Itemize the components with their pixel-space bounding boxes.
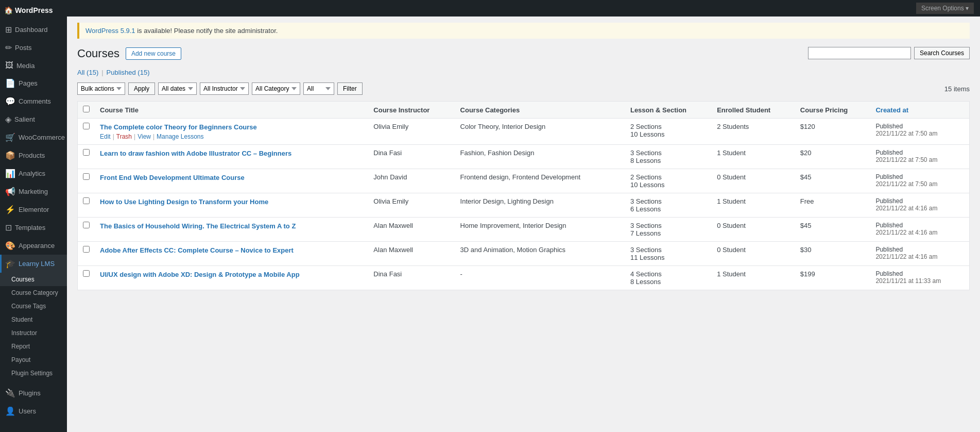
sections-count: 2 Sections (630, 123, 707, 130)
products-icon: 📦 (5, 151, 15, 160)
row-checkbox[interactable] (83, 270, 90, 277)
sidebar-logo: 🏠 WordPress (0, 0, 67, 21)
course-title-link[interactable]: The Basics of Household Wiring. The Elec… (100, 222, 363, 231)
col-lesson-section: Lesson & Section (625, 102, 712, 119)
sidebar-item-comments[interactable]: 💬 Comments (0, 92, 67, 110)
sidebar-item-label: Posts (15, 44, 32, 52)
submenu-item-student[interactable]: Student (0, 313, 67, 326)
all-category-select[interactable]: All Category (252, 82, 300, 95)
sidebar-item-users[interactable]: 👤 Users (0, 402, 67, 420)
course-title-cell: The Basics of Household Wiring. The Elec… (95, 218, 368, 242)
row-checkbox[interactable] (83, 222, 90, 228)
sidebar-item-salient[interactable]: ◈ Salient (0, 110, 67, 128)
plugins-icon: 🔌 (5, 388, 15, 398)
edit-link[interactable]: Edit (100, 133, 111, 140)
instructor-cell: Alan Maxwell (368, 242, 455, 266)
lessons-count: 11 Lessons (630, 254, 707, 261)
sidebar-item-label: Learny LMS (19, 260, 55, 268)
sidebar-item-media[interactable]: 🖼 Media (0, 57, 67, 74)
search-bar: Search Courses (808, 47, 970, 59)
submenu-item-plugin-settings[interactable]: Plugin Settings (0, 367, 67, 380)
course-title-link[interactable]: UI/UX design with Adobe XD: Design & Pro… (100, 270, 363, 279)
course-title-cell: Front End Web Development Ultimate Cours… (95, 169, 368, 193)
sidebar-item-analytics[interactable]: 📊 Analytics (0, 164, 67, 182)
publish-date: 2021/11/22 at 4:16 am (875, 205, 964, 212)
subnav: All (15) | Published (15) (77, 69, 970, 76)
sidebar-item-pages[interactable]: 📄 Pages (0, 74, 67, 92)
notice-text: is available! Please notify the site adm… (137, 27, 278, 35)
sidebar-item-plugins[interactable]: 🔌 Plugins (0, 384, 67, 402)
submenu-item-payout[interactable]: Payout (0, 353, 67, 367)
course-title-link[interactable]: The Complete color Theory for Beginners … (100, 123, 363, 132)
filter-button[interactable]: Filter (337, 82, 363, 95)
sections-count: 3 Sections (630, 246, 707, 254)
screen-options-button[interactable]: Screen Options ▾ (916, 3, 974, 14)
categories-cell: - (455, 266, 625, 290)
view-link[interactable]: View (137, 133, 151, 140)
row-checkbox[interactable] (83, 149, 90, 156)
sidebar-item-label: Marketing (19, 188, 48, 195)
course-title-cell: UI/UX design with Adobe XD: Design & Pro… (95, 266, 368, 290)
sidebar-item-elementor[interactable]: ⚡ Elementor (0, 201, 67, 219)
bulk-actions-select[interactable]: Bulk actions (77, 82, 125, 95)
add-new-course-button[interactable]: Add new course (126, 47, 181, 60)
course-title-link[interactable]: Front End Web Development Ultimate Cours… (100, 173, 363, 182)
publish-status: Published (875, 173, 964, 180)
submenu-item-course-tags[interactable]: Course Tags (0, 300, 67, 313)
search-input[interactable] (808, 47, 911, 59)
trash-link[interactable]: Trash (116, 133, 132, 140)
row-checkbox[interactable] (83, 197, 90, 204)
publish-status: Published (875, 149, 964, 156)
sidebar-item-products[interactable]: 📦 Products (0, 146, 67, 164)
pricing-cell: $45 (795, 218, 871, 242)
table-row: The Complete color Theory for Beginners … (78, 119, 970, 145)
all-select[interactable]: All (303, 82, 334, 95)
table-row: Learn to draw fashion with Adobe Illustr… (78, 145, 970, 169)
sidebar-item-appearance[interactable]: 🎨 Appearance (0, 237, 67, 255)
sidebar-item-posts[interactable]: ✏ Posts (0, 39, 67, 57)
instructor-cell: Dina Fasi (368, 266, 455, 290)
wp-version-link[interactable]: WordPress 5.9.1 (85, 27, 135, 35)
subnav-published-link[interactable]: Published (15) (107, 69, 150, 76)
pricing-cell: $120 (795, 119, 871, 145)
sep: | (113, 133, 114, 140)
categories-cell: 3D and Animation, Motion Graphics (455, 242, 625, 266)
all-instructor-select[interactable]: All Instructor (200, 82, 249, 95)
table-row: UI/UX design with Adobe XD: Design & Pro… (78, 266, 970, 290)
sections-count: 3 Sections (630, 222, 707, 229)
manage-lessons-link[interactable]: Manage Lessons (157, 133, 203, 140)
course-title-link[interactable]: Learn to draw fashion with Adobe Illustr… (100, 149, 363, 158)
submenu-item-course-category[interactable]: Course Category (0, 286, 67, 300)
sidebar-item-label: Media (16, 62, 35, 70)
col-created-at[interactable]: Created at (870, 102, 969, 119)
content-area: WordPress 5.9.1 is available! Please not… (67, 16, 980, 432)
course-title-link[interactable]: How to Use Lighting Design to Transform … (100, 197, 363, 207)
sidebar-item-marketing[interactable]: 📢 Marketing (0, 182, 67, 201)
all-dates-select[interactable]: All dates (158, 82, 197, 95)
woo-icon: 🛒 (5, 132, 15, 142)
wp-update-notice: WordPress 5.9.1 is available! Please not… (77, 23, 970, 39)
sidebar-item-templates[interactable]: ⊡ Templates (0, 219, 67, 237)
course-title-cell: Adobe After Effects CC: Complete Course … (95, 242, 368, 266)
row-checkbox[interactable] (83, 123, 90, 129)
pricing-cell: Free (795, 193, 871, 218)
sidebar-item-woocommerce[interactable]: 🛒 WooCommerce (0, 128, 67, 146)
submenu-item-courses[interactable]: Courses (0, 273, 67, 286)
subnav-all-link[interactable]: All (15) (77, 69, 98, 76)
row-checkbox[interactable] (83, 246, 90, 253)
publish-date: 2021/11/21 at 11:33 am (875, 277, 964, 285)
lessons-count: 6 Lessons (630, 205, 707, 213)
sidebar-item-learny-lms[interactable]: 🎓 Learny LMS (0, 255, 67, 273)
course-title-link[interactable]: Adobe After Effects CC: Complete Course … (100, 246, 363, 255)
submenu-item-instructor[interactable]: Instructor (0, 326, 67, 340)
select-all-checkbox[interactable] (83, 106, 90, 112)
publish-status: Published (875, 197, 964, 205)
publish-status: Published (875, 123, 964, 130)
pricing-cell: $20 (795, 145, 871, 169)
users-icon: 👤 (5, 406, 15, 416)
apply-button[interactable]: Apply (128, 82, 155, 95)
sidebar-item-dashboard[interactable]: ⊞ Dashboard (0, 21, 67, 39)
row-checkbox[interactable] (83, 173, 90, 180)
submenu-item-report[interactable]: Report (0, 340, 67, 353)
search-courses-button[interactable]: Search Courses (914, 47, 970, 59)
